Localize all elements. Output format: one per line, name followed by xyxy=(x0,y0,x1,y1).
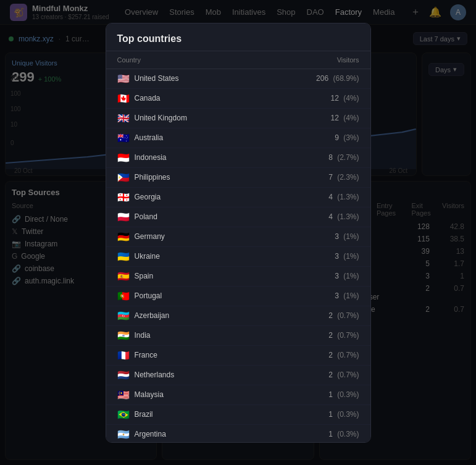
country-flag: 🇬🇧 xyxy=(117,112,130,124)
visitors-cell: 3 (1%) xyxy=(261,286,370,306)
table-row[interactable]: 🇫🇷 France 2 (0.7%) xyxy=(106,345,370,365)
countries-tbody: 🇺🇸 United States 206 (68.9%) 🇨🇦 Canada 1… xyxy=(106,69,370,443)
country-name: Netherlands xyxy=(135,371,175,379)
country-name: Indonesia xyxy=(135,153,167,162)
visitors-cell: 2 (0.7%) xyxy=(261,365,370,385)
table-row[interactable]: 🇵🇭 Philippines 7 (2.3%) xyxy=(106,167,370,187)
table-row[interactable]: 🇨🇦 Canada 12 (4%) xyxy=(106,88,370,108)
country-cell: 🇵🇱 Poland xyxy=(106,207,261,227)
country-flag: 🇮🇳 xyxy=(117,330,130,341)
country-flag: 🇲🇾 xyxy=(117,389,130,401)
table-row[interactable]: 🇵🇹 Portugal 3 (1%) xyxy=(106,286,370,306)
table-row[interactable]: 🇪🇸 Spain 3 (1%) xyxy=(106,266,370,286)
table-row[interactable]: 🇮🇩 Indonesia 8 (2.7%) xyxy=(106,148,370,167)
country-flag: 🇳🇱 xyxy=(117,369,130,381)
country-cell: 🇵🇹 Portugal xyxy=(106,286,261,306)
country-name: Germany xyxy=(135,232,165,241)
country-flag: 🇩🇪 xyxy=(117,231,130,243)
visitors-cell: 2 (0.7%) xyxy=(261,325,370,345)
country-flag: 🇦🇷 xyxy=(117,429,130,440)
country-name: Canada xyxy=(135,94,161,103)
country-name: Portugal xyxy=(135,291,162,300)
table-row[interactable]: 🇦🇷 Argentina 1 (0.3%) xyxy=(106,424,370,443)
country-cell: 🇮🇳 India xyxy=(106,325,261,345)
countries-table: Country Visitors 🇺🇸 United States 206 (6… xyxy=(106,51,370,443)
visitors-cell: 4 (1.3%) xyxy=(261,207,370,227)
visitors-cell: 3 (1%) xyxy=(261,246,370,266)
country-flag: 🇧🇷 xyxy=(117,409,130,421)
visitors-cell: 1 (0.3%) xyxy=(261,385,370,404)
country-name: United Kingdom xyxy=(135,114,187,122)
country-name: Georgia xyxy=(135,193,161,201)
country-name: Argentina xyxy=(135,430,166,438)
country-flag: 🇪🇸 xyxy=(117,270,130,282)
table-row[interactable]: 🇺🇸 United States 206 (68.9%) xyxy=(106,69,370,88)
country-name: Ukraine xyxy=(135,252,160,261)
table-row[interactable]: 🇳🇱 Netherlands 2 (0.7%) xyxy=(106,365,370,385)
country-cell: 🇬🇧 United Kingdom xyxy=(106,108,261,128)
top-countries-modal: Top countries Country Visitors 🇺🇸 United… xyxy=(106,23,371,443)
country-name: Spain xyxy=(135,272,154,280)
country-cell: 🇪🇸 Spain xyxy=(106,266,261,286)
country-flag: 🇫🇷 xyxy=(117,350,130,361)
country-cell: 🇵🇭 Philippines xyxy=(106,167,261,187)
table-row[interactable]: 🇧🇷 Brazil 1 (0.3%) xyxy=(106,404,370,424)
table-row[interactable]: 🇩🇪 Germany 3 (1%) xyxy=(106,227,370,246)
visitors-cell: 2 (0.7%) xyxy=(261,345,370,365)
country-name: Azerbaijan xyxy=(135,311,170,320)
country-cell: 🇦🇺 Australia xyxy=(106,128,261,148)
table-row[interactable]: 🇺🇦 Ukraine 3 (1%) xyxy=(106,246,370,266)
visitors-cell: 206 (68.9%) xyxy=(261,69,370,88)
visitors-cell: 8 (2.7%) xyxy=(261,148,370,167)
country-cell: 🇺🇦 Ukraine xyxy=(106,246,261,266)
country-name: India xyxy=(135,331,151,340)
country-flag: 🇵🇱 xyxy=(117,211,130,223)
visitors-col-header: Visitors xyxy=(261,51,370,69)
visitors-cell: 4 (1.3%) xyxy=(261,187,370,207)
country-flag: 🇨🇦 xyxy=(117,93,130,104)
visitors-cell: 1 (0.3%) xyxy=(261,404,370,424)
country-flag: 🇦🇿 xyxy=(117,310,130,322)
visitors-cell: 3 (1%) xyxy=(261,266,370,286)
country-cell: 🇺🇸 United States xyxy=(106,69,261,88)
country-cell: 🇬🇪 Georgia xyxy=(106,187,261,207)
visitors-cell: 1 (0.3%) xyxy=(261,424,370,443)
visitors-cell: 9 (3%) xyxy=(261,128,370,148)
table-row[interactable]: 🇬🇧 United Kingdom 12 (4%) xyxy=(106,108,370,128)
table-row[interactable]: 🇬🇪 Georgia 4 (1.3%) xyxy=(106,187,370,207)
table-row[interactable]: 🇲🇾 Malaysia 1 (0.3%) xyxy=(106,385,370,404)
country-name: Brazil xyxy=(135,410,153,419)
country-flag: 🇮🇩 xyxy=(117,152,130,164)
country-flag: 🇦🇺 xyxy=(117,132,130,144)
table-row[interactable]: 🇵🇱 Poland 4 (1.3%) xyxy=(106,207,370,227)
country-name: Philippines xyxy=(135,173,170,182)
country-name: France xyxy=(135,351,157,359)
country-name: Poland xyxy=(135,212,157,221)
country-cell: 🇫🇷 France xyxy=(106,345,261,365)
country-cell: 🇲🇾 Malaysia xyxy=(106,385,261,404)
country-flag: 🇺🇸 xyxy=(117,73,130,85)
visitors-cell: 3 (1%) xyxy=(261,227,370,246)
country-name: Australia xyxy=(135,133,164,142)
country-flag: 🇬🇪 xyxy=(117,191,130,203)
country-cell: 🇧🇷 Brazil xyxy=(106,404,261,424)
country-cell: 🇦🇷 Argentina xyxy=(106,424,261,443)
table-row[interactable]: 🇮🇳 India 2 (0.7%) xyxy=(106,325,370,345)
country-flag: 🇺🇦 xyxy=(117,251,130,262)
country-flag: 🇵🇭 xyxy=(117,172,130,183)
country-cell: 🇩🇪 Germany xyxy=(106,227,261,246)
country-cell: 🇦🇿 Azerbaijan xyxy=(106,306,261,325)
visitors-cell: 12 (4%) xyxy=(261,108,370,128)
table-row[interactable]: 🇦🇺 Australia 9 (3%) xyxy=(106,128,370,148)
country-name: United States xyxy=(135,74,179,83)
visitors-cell: 7 (2.3%) xyxy=(261,167,370,187)
country-cell: 🇳🇱 Netherlands xyxy=(106,365,261,385)
visitors-cell: 12 (4%) xyxy=(261,88,370,108)
country-cell: 🇨🇦 Canada xyxy=(106,88,261,108)
country-cell: 🇮🇩 Indonesia xyxy=(106,148,261,167)
country-col-header: Country xyxy=(106,51,261,69)
table-row[interactable]: 🇦🇿 Azerbaijan 2 (0.7%) xyxy=(106,306,370,325)
country-flag: 🇵🇹 xyxy=(117,290,130,302)
country-name: Malaysia xyxy=(135,390,164,399)
modal-title: Top countries xyxy=(106,23,370,51)
